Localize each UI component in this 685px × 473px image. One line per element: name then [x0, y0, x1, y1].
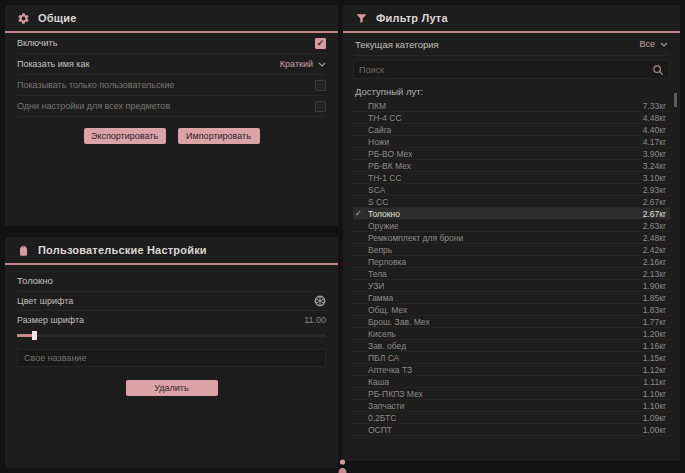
loot-item-name: РБ-ВК Мех	[368, 161, 411, 171]
export-button[interactable]: Экспортировать	[84, 128, 166, 144]
loot-list-item[interactable]: ✓ Зав. обед 1.16кг	[353, 340, 670, 352]
loot-list-item[interactable]: ✓ Аптечка ТЗ 1.12кг	[353, 364, 670, 376]
loot-list-item[interactable]: ✓ Ножи 4.17кг	[353, 136, 670, 148]
loot-item-name: Зав. обед	[368, 341, 406, 351]
loot-item-name: Сайга	[368, 125, 391, 135]
font-size-row: Размер шрифта 11.00	[17, 310, 326, 329]
loot-item-value: 7.33кг	[643, 101, 666, 111]
loot-item-name: Запчасти	[368, 401, 405, 411]
loot-list-item[interactable]: ✓ ТН-4 СС 4.48кг	[353, 112, 670, 124]
loot-list-item[interactable]: ✓ РБ-ВО Мех 3.90кг	[353, 148, 670, 160]
loot-filter-header: Фильтр Лута	[343, 5, 680, 31]
user-settings-title: Пользовательские Настройки	[38, 244, 207, 256]
loot-item-name: ПКМ	[368, 101, 386, 111]
loot-item-value: 1.77кг	[643, 317, 666, 327]
loot-list-item[interactable]: ✓ Ремкомплект для брони 2.48кг	[353, 232, 670, 244]
available-loot-label: Доступный лут:	[343, 83, 680, 100]
loot-item-value: 1.10кг	[643, 401, 666, 411]
font-size-slider[interactable]	[17, 331, 326, 340]
loot-list-item[interactable]: ✓ Толокно 2.67кг	[353, 208, 670, 220]
funnel-icon	[355, 12, 368, 25]
enable-checkbox[interactable]: ✓	[315, 38, 326, 49]
loot-item-value: 1.90кг	[643, 281, 666, 291]
loot-list-item[interactable]: ✓ Кисель 1.20кг	[353, 328, 670, 340]
scrollbar-thumb[interactable]	[674, 93, 677, 107]
general-panel: Общие Включить ✓ Показать имя как Кратки…	[5, 5, 338, 226]
loot-item-name: Тела	[368, 269, 387, 279]
loot-item-name: Толокно	[368, 209, 400, 219]
slider-track	[17, 334, 326, 337]
setting-row-name-display: Показать имя как Краткий	[17, 54, 326, 75]
loot-item-name: ТН-1 СС	[368, 173, 402, 183]
mascot-icon	[336, 459, 349, 473]
loot-list-item[interactable]: ✓ Сайга 4.40кг	[353, 124, 670, 136]
loot-list-item[interactable]: ✓ ПКМ 7.33кг	[353, 100, 670, 112]
loot-list-item[interactable]: ✓ 0.2БТС 1.09кг	[353, 412, 670, 424]
color-wheel-icon[interactable]	[314, 295, 326, 307]
loot-item-value: 2.63кг	[643, 221, 666, 231]
loot-item-name: РБ-ВО Мех	[368, 149, 412, 159]
category-dropdown[interactable]: Все	[639, 39, 668, 49]
enable-label: Включить	[17, 38, 57, 48]
checkmark-icon: ✓	[317, 39, 325, 48]
selected-item-name: Толокно	[5, 265, 338, 291]
loot-list-item[interactable]: ✓ ПБЛ СА 1.15кг	[353, 352, 670, 364]
loot-list-item[interactable]: ✓ Каша 1.11кг	[353, 376, 670, 388]
name-display-dropdown[interactable]: Краткий	[280, 59, 326, 69]
search-icon[interactable]	[652, 64, 664, 76]
loot-item-name: 0.2БТС	[368, 413, 396, 423]
loot-item-name: ОСПТ	[368, 425, 392, 435]
loot-filter-panel: Фильтр Лута Текущая категория Все Доступ…	[343, 5, 680, 461]
search-input[interactable]	[359, 65, 652, 75]
category-value: Все	[639, 39, 655, 49]
loot-item-name: ПБЛ СА	[368, 353, 399, 363]
loot-list-item[interactable]: ✓ РБ-ВК Мех 3.24кг	[353, 160, 670, 172]
delete-row: Удалить	[5, 380, 338, 396]
loot-item-name: Оружие	[368, 221, 399, 231]
chevron-down-icon	[318, 62, 326, 67]
loot-list-item[interactable]: ✓ Перловка 2.16кг	[353, 256, 670, 268]
loot-item-value: 2.48кг	[643, 233, 666, 243]
loot-item-value: 1.09кг	[643, 413, 666, 423]
name-display-label: Показать имя как	[17, 59, 89, 69]
loot-list-item[interactable]: ✓ SCA 2.93кг	[353, 184, 670, 196]
same-settings-checkbox[interactable]	[315, 101, 326, 112]
loot-list-item[interactable]: ✓ ТН-1 СС 3.10кг	[353, 172, 670, 184]
loot-item-name: Общ. Мех	[368, 305, 407, 315]
loot-list-item[interactable]: ✓ Оружие 2.63кг	[353, 220, 670, 232]
loot-list-item[interactable]: ✓ Запчасти 1.10кг	[353, 400, 670, 412]
custom-name-input[interactable]	[17, 349, 326, 367]
font-color-label: Цвет шрифта	[17, 296, 73, 306]
loot-list-item[interactable]: ✓ Брош. Зав. Мех 1.77кг	[353, 316, 670, 328]
loot-item-name: Кисель	[368, 329, 396, 339]
import-button[interactable]: Импортировать	[178, 128, 260, 144]
delete-button[interactable]: Удалить	[126, 380, 218, 396]
setting-row-enable: Включить ✓	[17, 33, 326, 54]
loot-list-item[interactable]: ✓ Гамма 1.85кг	[353, 292, 670, 304]
backpack-icon	[17, 244, 30, 257]
loot-item-name: Аптечка ТЗ	[368, 365, 412, 375]
loot-item-value: 4.48кг	[643, 113, 666, 123]
gear-icon	[17, 12, 30, 25]
loot-item-name: УЗИ	[368, 281, 384, 291]
user-settings-header: Пользовательские Настройки	[5, 237, 338, 263]
check-icon: ✓	[355, 208, 362, 220]
loot-list-item[interactable]: ✓ Общ. Мех 1.83кг	[353, 304, 670, 316]
only-custom-checkbox[interactable]	[315, 80, 326, 91]
loot-list-item[interactable]: ✓ РБ-ПКПЗ Мех 1.10кг	[353, 388, 670, 400]
only-custom-label: Показывать только пользовательские	[17, 80, 175, 90]
loot-list-item[interactable]: ✓ Вепрь 2.42кг	[353, 244, 670, 256]
loot-item-name: S СС	[368, 197, 388, 207]
loot-list-item[interactable]: ✓ УЗИ 1.90кг	[353, 280, 670, 292]
general-panel-title: Общие	[38, 12, 77, 24]
loot-item-value: 2.13кг	[643, 269, 666, 279]
loot-item-name: Каша	[368, 377, 389, 387]
loot-list-item[interactable]: ✓ ОСПТ 1.00кг	[353, 424, 670, 436]
loot-list-item[interactable]: ✓ Тела 2.13кг	[353, 268, 670, 280]
loot-list-item[interactable]: ✓ S СС 2.67кг	[353, 196, 670, 208]
loot-item-value: 3.90кг	[643, 149, 666, 159]
loot-item-name: Перловка	[368, 257, 406, 267]
loot-item-value: 1.10кг	[643, 389, 666, 399]
slider-handle[interactable]	[32, 331, 37, 340]
user-settings-panel: Пользовательские Настройки Толокно Цвет …	[5, 237, 338, 468]
